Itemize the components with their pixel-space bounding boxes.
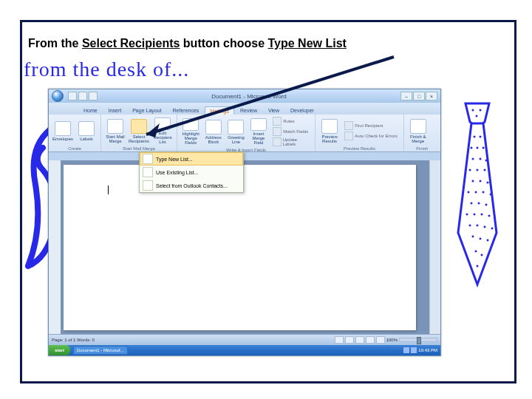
new-list-icon — [143, 154, 153, 164]
dropdown-use-existing-list[interactable]: Use Existing List... — [140, 166, 243, 179]
svg-point-16 — [487, 182, 489, 184]
svg-point-17 — [468, 191, 470, 194]
svg-point-36 — [481, 254, 483, 256]
view-print-layout-icon[interactable] — [335, 336, 344, 344]
necktie-decoration — [451, 100, 504, 292]
update-icon — [273, 137, 281, 146]
edit-list-icon — [154, 117, 171, 130]
dropdown-type-new-list[interactable]: Type New List... — [140, 152, 243, 166]
finish-icon — [410, 119, 426, 134]
vertical-scrollbar[interactable] — [429, 160, 440, 335]
envelopes-button[interactable]: Envelopes — [52, 117, 74, 144]
dropdown-outlook-contacts[interactable]: Select from Outlook Contacts... — [140, 179, 243, 192]
mail-merge-icon — [107, 119, 123, 134]
taskbar-word-button[interactable]: Document1 - Microsof... — [73, 346, 128, 355]
svg-point-26 — [481, 214, 483, 216]
svg-point-31 — [491, 228, 494, 230]
insert-field-icon — [250, 118, 267, 131]
tab-view[interactable]: View — [263, 106, 284, 115]
view-outline-icon[interactable] — [366, 336, 375, 344]
qat-redo-icon[interactable] — [89, 92, 98, 100]
status-bar: Page: 1 of 1 Words: 0 100% — [49, 334, 440, 345]
edit-recipient-list-button[interactable]: Edit Recipient List — [151, 117, 174, 144]
preview-results-button[interactable]: Preview Results — [318, 117, 341, 144]
window-title: Document1 - Microsoft Word — [100, 93, 398, 100]
existing-list-icon — [143, 167, 153, 177]
svg-point-5 — [471, 147, 473, 149]
finish-merge-button[interactable]: Finish & Merge — [407, 117, 429, 144]
greeting-line-button[interactable]: Greeting Line — [225, 118, 247, 145]
minimize-button[interactable]: – — [400, 92, 412, 100]
svg-point-1 — [480, 109, 482, 112]
svg-point-33 — [480, 238, 482, 240]
labels-button[interactable]: Labels — [75, 117, 98, 144]
svg-point-34 — [487, 239, 489, 242]
close-button[interactable]: × — [426, 92, 437, 100]
tab-mailings[interactable]: Mailings — [205, 106, 234, 115]
view-draft-icon[interactable] — [376, 336, 385, 344]
svg-point-3 — [474, 136, 476, 138]
svg-point-0 — [472, 109, 474, 112]
svg-point-32 — [472, 236, 474, 238]
quick-access-toolbar — [68, 92, 98, 100]
update-labels-button[interactable]: Update Labels — [270, 137, 312, 147]
auto-check-errors-button[interactable]: Auto Check for Errors — [342, 131, 400, 141]
svg-point-4 — [480, 136, 482, 138]
svg-point-22 — [478, 202, 480, 205]
find-icon — [344, 121, 353, 130]
from-the-desk-of-heading: from the desk of... — [24, 58, 189, 81]
labels-icon — [78, 121, 95, 136]
preview-icon — [321, 119, 338, 134]
svg-point-8 — [472, 158, 474, 160]
view-web-layout-icon[interactable] — [355, 336, 364, 344]
svg-point-12 — [477, 169, 479, 171]
start-mail-merge-button[interactable]: Start Mail Merge — [104, 117, 126, 144]
address-icon — [205, 120, 222, 134]
svg-point-14 — [472, 180, 474, 183]
svg-point-9 — [480, 158, 482, 160]
select-recipients-button[interactable]: Select Recipients — [128, 117, 150, 144]
view-full-screen-icon[interactable] — [345, 336, 354, 344]
tray-icon[interactable] — [411, 347, 417, 353]
svg-point-2 — [476, 115, 478, 117]
start-button[interactable]: start — [49, 345, 70, 355]
outlook-icon — [143, 180, 153, 191]
svg-point-11 — [469, 169, 471, 171]
title-bar: Document1 - Microsoft Word – □ × — [49, 89, 440, 103]
address-block-button[interactable]: Address Block — [203, 118, 225, 145]
system-tray: 10:43 PM — [400, 347, 440, 353]
svg-point-15 — [480, 180, 482, 183]
select-recipients-dropdown: Type New List... Use Existing List... Se… — [139, 151, 244, 193]
tab-insert[interactable]: Insert — [103, 106, 127, 115]
tab-developer[interactable]: Developer — [285, 106, 319, 115]
qat-save-icon[interactable] — [68, 92, 77, 100]
highlight-merge-fields-button[interactable]: Highlight Merge Fields — [180, 118, 202, 145]
find-recipient-button[interactable]: Find Recipient — [342, 120, 400, 131]
rules-button[interactable]: Rules — [270, 116, 312, 126]
tab-home[interactable]: Home — [78, 106, 103, 115]
insert-merge-field-button[interactable]: Insert Merge Field — [248, 118, 270, 145]
tab-review[interactable]: Review — [235, 106, 262, 115]
recipients-icon — [131, 119, 147, 134]
svg-point-35 — [475, 250, 477, 253]
maximize-button[interactable]: □ — [413, 92, 425, 100]
ribbon: Envelopes Labels Create Start Mail Merge… — [49, 115, 440, 152]
word-window: Document1 - Microsoft Word – □ × Home In… — [48, 89, 441, 356]
svg-point-10 — [485, 160, 488, 162]
svg-point-20 — [490, 194, 492, 196]
match-fields-button[interactable]: Match Fields — [270, 126, 312, 137]
tab-page-layout[interactable]: Page Layout — [127, 106, 166, 115]
text-cursor — [108, 185, 109, 194]
office-button[interactable] — [52, 90, 64, 102]
svg-point-29 — [477, 225, 479, 227]
zoom-slider[interactable] — [399, 338, 437, 342]
tray-icon[interactable] — [403, 347, 409, 353]
tab-references[interactable]: References — [168, 106, 205, 115]
rules-icon — [273, 117, 282, 126]
greeting-icon — [228, 120, 244, 134]
windows-taskbar: start Document1 - Microsof... 10:43 PM — [49, 345, 440, 355]
qat-undo-icon[interactable] — [78, 92, 87, 100]
document-area — [49, 160, 440, 335]
instruction-text: From the Select Recipients button choose… — [28, 37, 347, 50]
svg-point-24 — [466, 214, 468, 216]
